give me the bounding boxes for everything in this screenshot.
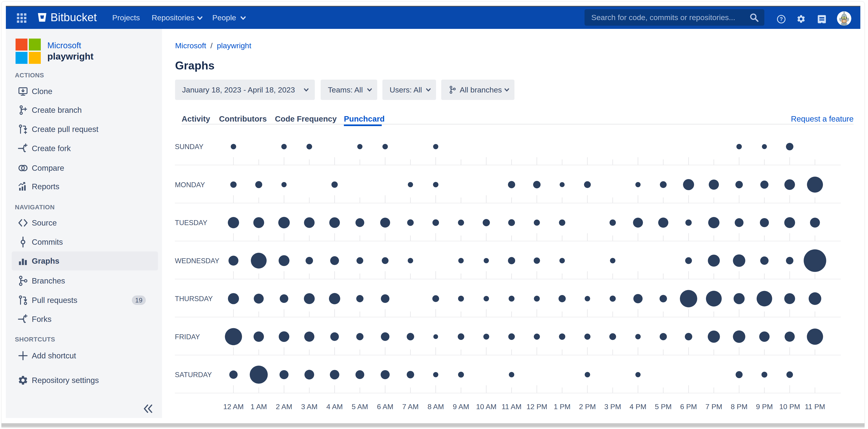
svg-text:1 AM: 1 AM bbox=[251, 403, 267, 411]
svg-text:FRIDAY: FRIDAY bbox=[175, 333, 200, 341]
svg-text:8 PM: 8 PM bbox=[731, 403, 748, 411]
svg-text:3 PM: 3 PM bbox=[604, 403, 621, 411]
svg-text:MONDAY: MONDAY bbox=[175, 181, 205, 189]
svg-text:WEDNESDAY: WEDNESDAY bbox=[175, 257, 219, 265]
svg-text:9 AM: 9 AM bbox=[453, 403, 469, 411]
svg-text:3 AM: 3 AM bbox=[301, 403, 317, 411]
svg-text:2 PM: 2 PM bbox=[579, 403, 596, 411]
svg-text:11 PM: 11 PM bbox=[805, 403, 825, 411]
svg-text:5 PM: 5 PM bbox=[655, 403, 672, 411]
svg-text:12 AM: 12 AM bbox=[223, 403, 244, 411]
svg-text:2 AM: 2 AM bbox=[276, 403, 292, 411]
svg-text:TUESDAY: TUESDAY bbox=[175, 219, 207, 227]
svg-text:?: ? bbox=[780, 16, 783, 22]
svg-text:9 PM: 9 PM bbox=[756, 403, 773, 411]
svg-text:10 PM: 10 PM bbox=[779, 403, 800, 411]
svg-text:7 PM: 7 PM bbox=[705, 403, 722, 411]
svg-text:6 AM: 6 AM bbox=[377, 403, 394, 411]
svg-text:10 AM: 10 AM bbox=[476, 403, 497, 411]
svg-text:12 PM: 12 PM bbox=[526, 403, 547, 411]
svg-text:4 PM: 4 PM bbox=[629, 403, 647, 411]
svg-text:THURSDAY: THURSDAY bbox=[175, 295, 213, 303]
svg-text:7 AM: 7 AM bbox=[402, 403, 419, 411]
svg-text:SUNDAY: SUNDAY bbox=[175, 143, 204, 151]
svg-text:6 PM: 6 PM bbox=[680, 403, 697, 411]
svg-text:11 AM: 11 AM bbox=[502, 403, 521, 411]
svg-text:5 AM: 5 AM bbox=[352, 403, 368, 411]
svg-text:SATURDAY: SATURDAY bbox=[175, 371, 212, 379]
svg-text:1 PM: 1 PM bbox=[554, 403, 570, 411]
svg-text:8 AM: 8 AM bbox=[428, 403, 444, 411]
svg-text:4 AM: 4 AM bbox=[326, 403, 343, 411]
